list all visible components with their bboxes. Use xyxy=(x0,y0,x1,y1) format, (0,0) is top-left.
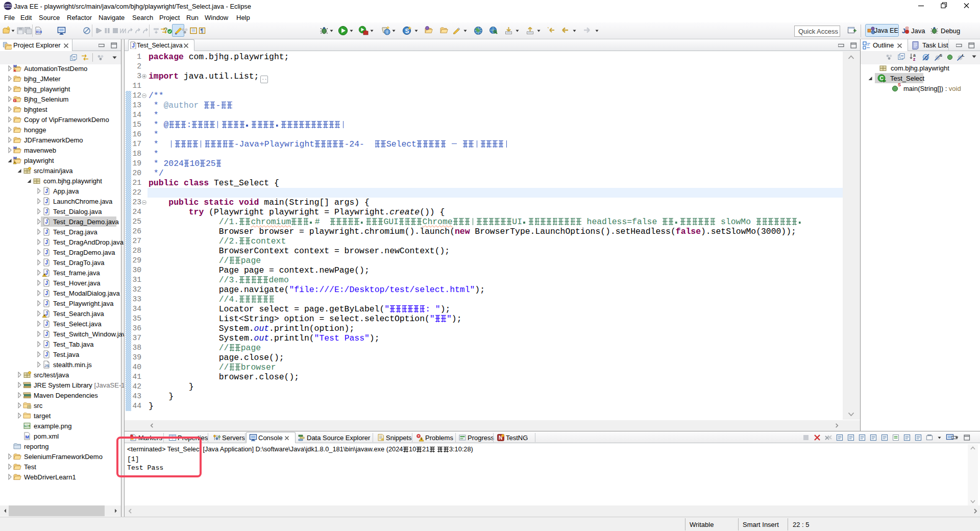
svg-text:M: M xyxy=(13,64,17,68)
svg-text:J: J xyxy=(45,199,48,204)
svg-text:M: M xyxy=(13,156,17,160)
svg-text:J: J xyxy=(45,301,48,306)
svg-text:?: ? xyxy=(164,27,167,34)
svg-text:C: C xyxy=(880,75,884,81)
svg-text:010: 010 xyxy=(36,31,42,34)
svg-text:J: J xyxy=(45,352,48,357)
svg-text:¶: ¶ xyxy=(201,28,204,34)
svg-text:J: J xyxy=(45,188,48,194)
svg-text:J: J xyxy=(45,280,48,286)
svg-text:PNG: PNG xyxy=(24,425,30,427)
svg-text:J: J xyxy=(132,43,135,49)
svg-text:J: J xyxy=(45,250,48,255)
svg-text:J: J xyxy=(45,209,48,214)
svg-text:J: J xyxy=(45,239,48,245)
svg-text:J: J xyxy=(45,260,48,266)
svg-text:J: J xyxy=(45,229,48,235)
svg-text:S: S xyxy=(940,53,942,58)
svg-text:J: J xyxy=(45,291,48,296)
svg-text:L: L xyxy=(962,53,965,58)
svg-text:z: z xyxy=(913,57,915,61)
svg-text:M: M xyxy=(13,146,17,150)
svg-text:J: J xyxy=(45,321,48,327)
svg-text:M: M xyxy=(26,435,30,440)
svg-text:J: J xyxy=(45,331,48,337)
svg-text:JS: JS xyxy=(44,364,49,368)
svg-text:J: J xyxy=(45,219,48,225)
svg-text:J: J xyxy=(45,342,48,347)
svg-text:J: J xyxy=(902,27,905,35)
